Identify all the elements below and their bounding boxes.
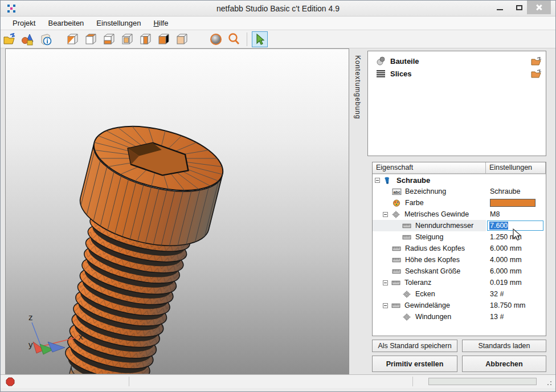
- view-iso-cut-button[interactable]: [64, 31, 80, 47]
- maximize-icon: [516, 5, 522, 10]
- minimize-button[interactable]: [492, 1, 508, 14]
- menu-einstellungen[interactable]: Einstellungen: [90, 17, 147, 29]
- cube-view-icon: [138, 32, 152, 46]
- tree-item-label: Slices: [390, 70, 531, 78]
- cube-view-icon: [157, 32, 170, 46]
- ruler-icon: [402, 222, 412, 230]
- close-button[interactable]: [527, 1, 551, 14]
- app-window: netfabb Studio Basic c't Edition 4.9 Pro…: [0, 0, 556, 392]
- magnifier-icon: [227, 32, 241, 46]
- resize-grip[interactable]: [545, 379, 552, 386]
- window-title: netfabb Studio Basic c't Edition 4.9: [1, 4, 555, 13]
- axis-y-label: y: [28, 340, 33, 349]
- parts-icon: [376, 56, 386, 66]
- ruler-icon: [391, 302, 401, 309]
- primitives-icon: [21, 33, 35, 46]
- palette-icon: [392, 199, 402, 207]
- header-einstellungen[interactable]: Einstellungen: [486, 162, 546, 174]
- view-left-button[interactable]: [137, 31, 153, 47]
- header-eigenschaft[interactable]: Eigenschaft: [373, 162, 486, 174]
- progress-bar: [428, 378, 537, 385]
- title-bar: netfabb Studio Basic c't Edition 4.9: [1, 1, 555, 17]
- gear-icon: [391, 211, 401, 218]
- menu-bar: Projekt Bearbeiten Einstellungen Hilfe: [1, 17, 555, 30]
- open-folder-icon: [3, 33, 17, 46]
- color-swatch[interactable]: [490, 199, 535, 207]
- close-icon: [535, 4, 542, 11]
- cube-view-icon: [84, 32, 97, 46]
- view-right-button[interactable]: [156, 31, 171, 47]
- property-row-farbe[interactable]: Farbe: [373, 197, 546, 209]
- property-row-bezeichnung[interactable]: Bezeichnung Schraube: [373, 186, 546, 197]
- viewport-3d[interactable]: z x y: [5, 48, 349, 374]
- menu-hilfe[interactable]: Hilfe: [147, 17, 174, 29]
- minimize-icon: [497, 9, 503, 10]
- main-area: z x y Kontextumgebung Bauteile: [1, 48, 555, 374]
- collapse-toggle[interactable]: [375, 178, 380, 183]
- menu-projekt[interactable]: Projekt: [6, 17, 42, 29]
- mouse-cursor: [512, 228, 525, 242]
- cube-view-icon: [66, 32, 79, 46]
- save-as-default-button[interactable]: Als Standard speichern: [372, 340, 457, 352]
- cube-view-icon: [120, 32, 134, 46]
- status-bar: [1, 374, 555, 388]
- maximize-button[interactable]: [511, 1, 527, 14]
- ruler-icon: [391, 279, 401, 287]
- ruler-icon: [392, 256, 402, 264]
- zoom-button[interactable]: [226, 31, 242, 47]
- property-row-ecken[interactable]: Ecken 32 #: [373, 288, 546, 300]
- select-cursor-button[interactable]: [252, 31, 268, 47]
- collapse-toggle[interactable]: [383, 212, 388, 217]
- ruler-icon: [392, 268, 402, 275]
- render-sphere-button[interactable]: [208, 31, 224, 47]
- sphere-icon: [209, 32, 223, 46]
- view-bottom-button[interactable]: [101, 31, 117, 47]
- open-folder-icon[interactable]: [531, 70, 542, 78]
- property-row-sechskant-groesse[interactable]: Sechskant Größe 6.000 mm: [373, 266, 546, 277]
- ruler-icon: [392, 245, 402, 252]
- gear-icon: [402, 291, 412, 298]
- cursor-icon: [254, 33, 266, 46]
- cube-view-icon: [102, 32, 116, 46]
- axis-indicator: z x y: [11, 307, 97, 369]
- context-tab-label: Kontextumgebung: [354, 55, 362, 119]
- load-defaults-button[interactable]: Standards laden: [462, 340, 546, 352]
- tree-panel: Bauteile Slices: [367, 51, 546, 156]
- gear-icon: [402, 313, 412, 321]
- open-folder-icon[interactable]: [531, 57, 542, 66]
- property-row-metrisches-gewinde[interactable]: Metrisches Gewinde M8: [373, 209, 546, 220]
- view-back-button[interactable]: [119, 31, 135, 47]
- part-info-button[interactable]: [38, 31, 54, 47]
- axis-z-label: z: [28, 312, 33, 322]
- axis-x-label: x: [79, 332, 83, 341]
- create-primitive-button[interactable]: Primitiv erstellen: [372, 356, 457, 372]
- property-row-hoehe-des-kopfes[interactable]: Höhe des Kopfes 4.000 mm: [373, 254, 546, 266]
- info-box-icon: [39, 33, 53, 46]
- slices-icon: [376, 69, 386, 78]
- cube-view-icon: [175, 32, 189, 46]
- properties-header: Eigenschaft Einstellungen: [373, 162, 546, 174]
- open-project-button[interactable]: [2, 31, 18, 47]
- properties-panel: abc Eigenschaft Einstellungen Schraube B…: [372, 162, 546, 336]
- ruler-icon: [402, 234, 412, 241]
- property-row-gewindelaenge[interactable]: Gewindelänge 18.750 mm: [373, 300, 546, 311]
- tree-item-label: Bauteile: [390, 57, 531, 66]
- context-tab[interactable]: Kontextumgebung: [352, 51, 363, 370]
- property-row-toleranz[interactable]: Toleranz 0.019 mm: [373, 277, 546, 288]
- menu-bearbeiten[interactable]: Bearbeiten: [42, 17, 90, 29]
- tool-bar: [1, 30, 555, 48]
- add-primitive-button[interactable]: [20, 31, 36, 47]
- tree-item-slices[interactable]: Slices: [368, 67, 546, 80]
- tree-item-bauteile[interactable]: Bauteile: [368, 55, 546, 67]
- property-row-radius-des-kopfes[interactable]: Radius des Kopfes 6.000 mm: [373, 243, 546, 254]
- abc-icon: [392, 188, 402, 195]
- view-front-button[interactable]: [83, 31, 99, 47]
- status-stop-icon: [6, 377, 15, 386]
- collapse-toggle[interactable]: [383, 303, 388, 308]
- screw-icon: [383, 177, 393, 184]
- view-top-button[interactable]: [174, 31, 190, 47]
- collapse-toggle[interactable]: [383, 280, 388, 285]
- cancel-button[interactable]: Abbrechen: [462, 356, 546, 372]
- property-row-schraube[interactable]: Schraube: [373, 174, 546, 186]
- property-row-windungen[interactable]: Windungen 13 #: [373, 311, 546, 322]
